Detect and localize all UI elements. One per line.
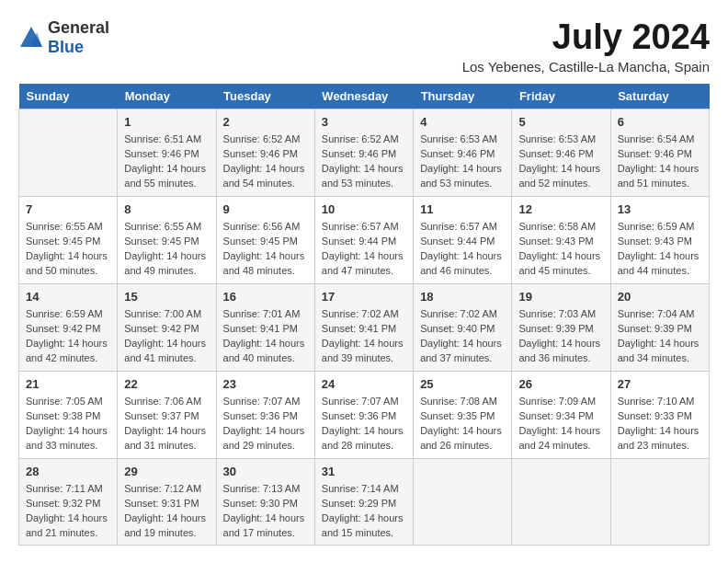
cell-content: Sunrise: 7:02 AM Sunset: 9:40 PM Dayligh… [420,307,505,366]
cell-content: Sunrise: 7:14 AM Sunset: 9:29 PM Dayligh… [322,482,406,541]
header-cell-friday: Friday [512,84,610,109]
calendar-cell: 20Sunrise: 7:04 AM Sunset: 9:39 PM Dayli… [610,283,709,371]
calendar-cell: 3Sunrise: 6:52 AM Sunset: 9:46 PM Daylig… [314,109,413,196]
cell-content: Sunrise: 7:02 AM Sunset: 9:41 PM Dayligh… [322,307,406,366]
day-number: 12 [518,201,603,218]
header: General Blue July 2024 Los Yebenes, Cast… [18,18,710,75]
calendar-cell: 29Sunrise: 7:12 AM Sunset: 9:31 PM Dayli… [118,458,216,546]
cell-content: Sunrise: 7:05 AM Sunset: 9:38 PM Dayligh… [26,395,110,454]
day-number: 19 [518,289,603,305]
cell-content: Sunrise: 7:12 AM Sunset: 9:31 PM Dayligh… [124,482,209,541]
day-number: 20 [618,289,702,305]
calendar-cell: 24Sunrise: 7:07 AM Sunset: 9:36 PM Dayli… [314,371,413,458]
cell-content: Sunrise: 6:55 AM Sunset: 9:45 PM Dayligh… [124,220,209,279]
day-number: 25 [420,376,505,393]
day-number: 29 [124,464,209,480]
header-cell-thursday: Thursday [414,84,512,109]
day-number: 31 [322,464,406,480]
calendar-cell: 15Sunrise: 7:00 AM Sunset: 9:42 PM Dayli… [118,283,216,371]
day-number: 27 [618,376,702,393]
day-number: 24 [322,376,406,393]
cell-content: Sunrise: 7:11 AM Sunset: 9:32 PM Dayligh… [26,482,110,541]
calendar-cell: 8Sunrise: 6:55 AM Sunset: 9:45 PM Daylig… [118,196,216,283]
title-area: July 2024 Los Yebenes, Castille-La Manch… [462,18,710,75]
day-number: 26 [518,376,603,393]
cell-content: Sunrise: 6:52 AM Sunset: 9:46 PM Dayligh… [223,132,308,191]
cell-content: Sunrise: 7:13 AM Sunset: 9:30 PM Dayligh… [223,482,308,541]
week-row-3: 14Sunrise: 6:59 AM Sunset: 9:42 PM Dayli… [19,283,710,371]
calendar-cell [610,458,709,546]
calendar-cell: 19Sunrise: 7:03 AM Sunset: 9:39 PM Dayli… [512,283,610,371]
header-cell-sunday: Sunday [19,84,118,109]
subtitle: Los Yebenes, Castille-La Mancha, Spain [462,59,710,75]
calendar-cell: 11Sunrise: 6:57 AM Sunset: 9:44 PM Dayli… [414,196,512,283]
day-number: 23 [223,376,308,393]
logo-general: General [48,18,109,37]
week-row-1: 1Sunrise: 6:51 AM Sunset: 9:46 PM Daylig… [19,109,710,196]
main-title: July 2024 [462,18,710,57]
header-row: SundayMondayTuesdayWednesdayThursdayFrid… [19,84,710,109]
cell-content: Sunrise: 7:07 AM Sunset: 9:36 PM Dayligh… [223,395,308,454]
day-number: 4 [420,114,505,131]
calendar-cell [512,458,610,546]
header-cell-saturday: Saturday [610,84,709,109]
calendar-cell: 14Sunrise: 6:59 AM Sunset: 9:42 PM Dayli… [19,283,118,371]
calendar-cell: 2Sunrise: 6:52 AM Sunset: 9:46 PM Daylig… [216,109,314,196]
cell-content: Sunrise: 6:57 AM Sunset: 9:44 PM Dayligh… [322,220,406,279]
cell-content: Sunrise: 6:52 AM Sunset: 9:46 PM Dayligh… [322,132,406,191]
calendar-cell: 30Sunrise: 7:13 AM Sunset: 9:30 PM Dayli… [216,458,314,546]
logo-blue: Blue [48,38,84,56]
calendar-cell [19,109,118,196]
cell-content: Sunrise: 6:55 AM Sunset: 9:45 PM Dayligh… [26,220,110,279]
calendar-cell: 1Sunrise: 6:51 AM Sunset: 9:46 PM Daylig… [118,109,216,196]
calendar-cell: 10Sunrise: 6:57 AM Sunset: 9:44 PM Dayli… [314,196,413,283]
calendar-cell: 12Sunrise: 6:58 AM Sunset: 9:43 PM Dayli… [512,196,610,283]
logo: General Blue [18,18,109,57]
day-number: 16 [223,289,308,305]
cell-content: Sunrise: 6:59 AM Sunset: 9:42 PM Dayligh… [26,307,110,366]
day-number: 15 [124,289,209,305]
logo-icon [18,25,44,51]
cell-content: Sunrise: 6:56 AM Sunset: 9:45 PM Dayligh… [223,220,308,279]
week-row-4: 21Sunrise: 7:05 AM Sunset: 9:38 PM Dayli… [19,371,710,458]
day-number: 10 [322,201,406,218]
cell-content: Sunrise: 7:07 AM Sunset: 9:36 PM Dayligh… [322,395,406,454]
day-number: 30 [223,464,308,480]
calendar-cell: 27Sunrise: 7:10 AM Sunset: 9:33 PM Dayli… [610,371,709,458]
day-number: 13 [618,201,702,218]
day-number: 1 [124,114,209,131]
calendar-cell: 7Sunrise: 6:55 AM Sunset: 9:45 PM Daylig… [19,196,118,283]
day-number: 5 [518,114,603,131]
cell-content: Sunrise: 7:08 AM Sunset: 9:35 PM Dayligh… [420,395,505,454]
cell-content: Sunrise: 7:06 AM Sunset: 9:37 PM Dayligh… [124,395,209,454]
day-number: 21 [26,376,110,393]
day-number: 17 [322,289,406,305]
calendar-cell: 5Sunrise: 6:53 AM Sunset: 9:46 PM Daylig… [512,109,610,196]
cell-content: Sunrise: 6:51 AM Sunset: 9:46 PM Dayligh… [124,132,209,191]
calendar-cell: 23Sunrise: 7:07 AM Sunset: 9:36 PM Dayli… [216,371,314,458]
calendar-cell: 16Sunrise: 7:01 AM Sunset: 9:41 PM Dayli… [216,283,314,371]
day-number: 11 [420,201,505,218]
day-number: 6 [618,114,702,131]
day-number: 14 [26,289,110,305]
day-number: 18 [420,289,505,305]
calendar-cell [414,458,512,546]
calendar-table: SundayMondayTuesdayWednesdayThursdayFrid… [18,84,710,546]
header-cell-wednesday: Wednesday [314,84,413,109]
calendar-cell: 31Sunrise: 7:14 AM Sunset: 9:29 PM Dayli… [314,458,413,546]
cell-content: Sunrise: 6:58 AM Sunset: 9:43 PM Dayligh… [518,220,603,279]
cell-content: Sunrise: 6:53 AM Sunset: 9:46 PM Dayligh… [420,132,505,191]
day-number: 3 [322,114,406,131]
calendar-cell: 4Sunrise: 6:53 AM Sunset: 9:46 PM Daylig… [414,109,512,196]
calendar-cell: 25Sunrise: 7:08 AM Sunset: 9:35 PM Dayli… [414,371,512,458]
cell-content: Sunrise: 6:57 AM Sunset: 9:44 PM Dayligh… [420,220,505,279]
cell-content: Sunrise: 7:01 AM Sunset: 9:41 PM Dayligh… [223,307,308,366]
calendar-cell: 9Sunrise: 6:56 AM Sunset: 9:45 PM Daylig… [216,196,314,283]
calendar-cell: 26Sunrise: 7:09 AM Sunset: 9:34 PM Dayli… [512,371,610,458]
day-number: 2 [223,114,308,131]
calendar-cell: 18Sunrise: 7:02 AM Sunset: 9:40 PM Dayli… [414,283,512,371]
day-number: 28 [26,464,110,480]
day-number: 22 [124,376,209,393]
cell-content: Sunrise: 7:10 AM Sunset: 9:33 PM Dayligh… [618,395,702,454]
calendar-cell: 22Sunrise: 7:06 AM Sunset: 9:37 PM Dayli… [118,371,216,458]
